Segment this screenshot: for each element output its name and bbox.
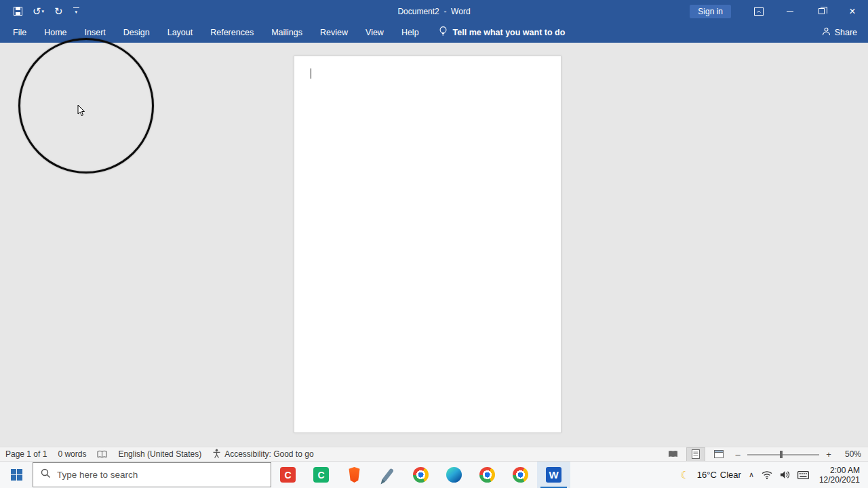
chrome-icon xyxy=(479,467,495,483)
word-count[interactable]: 0 words xyxy=(58,449,86,459)
undo-button[interactable]: ↺▾ xyxy=(33,6,44,16)
word-icon: W xyxy=(546,467,561,483)
taskbar-app-chrome-2[interactable] xyxy=(471,462,504,488)
tell-me-box[interactable]: Tell me what you want to do xyxy=(439,26,566,40)
lightbulb-icon xyxy=(439,26,448,40)
clock-date: 12/20/2021 xyxy=(819,475,860,485)
search-icon xyxy=(41,468,51,481)
tab-home[interactable]: Home xyxy=(35,22,75,43)
accessibility-label: Accessibility: Good to go xyxy=(224,449,313,459)
document-page[interactable] xyxy=(294,56,561,433)
language-indicator[interactable]: English (United States) xyxy=(118,449,201,459)
zoom-level[interactable]: 50% xyxy=(838,449,861,459)
taskbar-app-chrome-3[interactable] xyxy=(504,462,537,488)
weather-condition: Clear xyxy=(720,470,741,480)
edge-icon xyxy=(446,467,462,483)
taskbar-app-camtasia[interactable]: C xyxy=(304,462,338,488)
ribbon-display-options-icon[interactable] xyxy=(743,0,774,22)
tell-me-label: Tell me what you want to do xyxy=(453,28,566,37)
clock-widget[interactable]: 2:00 AM 12/20/2021 xyxy=(819,466,860,485)
tab-mailings[interactable]: Mailings xyxy=(262,22,311,43)
taskbar: C C W ☾ 16°C Clear ∧ 2:00 AM 12/20/2021 xyxy=(0,461,868,488)
undo-dropdown-icon[interactable]: ▾ xyxy=(42,8,45,14)
minimize-button[interactable] xyxy=(774,0,806,22)
titlebar-right-controls: Sign in × xyxy=(690,0,868,22)
titlebar: ↺▾ ↻ ▾ Document2 - Word Sign in × xyxy=(0,0,868,22)
taskbar-app-chrome-1[interactable] xyxy=(404,462,437,488)
weather-widget[interactable]: 16°C Clear xyxy=(697,470,741,480)
tab-insert[interactable]: Insert xyxy=(76,22,115,43)
tab-file[interactable]: File xyxy=(4,22,35,43)
accessibility-status[interactable]: Accessibility: Good to go xyxy=(212,449,313,460)
search-input[interactable] xyxy=(57,470,263,480)
tab-help[interactable]: Help xyxy=(393,22,428,43)
tab-references[interactable]: References xyxy=(201,22,262,43)
read-mode-icon[interactable] xyxy=(663,447,682,462)
customize-quick-access-icon[interactable]: ▾ xyxy=(73,7,79,15)
touch-keyboard-icon[interactable] xyxy=(797,471,809,479)
chrome-icon xyxy=(513,467,528,483)
document-canvas xyxy=(0,43,868,447)
weather-temp: 16°C xyxy=(697,470,717,480)
chrome-icon xyxy=(413,467,429,483)
statusbar-right: – + 50% xyxy=(663,447,868,462)
taskbar-app-word[interactable]: W xyxy=(537,462,570,488)
taskbar-app-camtasia-recorder[interactable]: C xyxy=(271,462,304,488)
hidden-icons-chevron[interactable]: ∧ xyxy=(749,470,754,479)
volume-icon[interactable] xyxy=(780,470,790,479)
zoom-in-button[interactable]: + xyxy=(823,449,834,460)
zoom-out-button[interactable]: – xyxy=(732,449,743,460)
moon-weather-icon[interactable]: ☾ xyxy=(680,470,689,480)
proofing-icon[interactable] xyxy=(97,450,107,459)
taskbar-apps: C C W xyxy=(271,462,570,488)
statusbar-left: Page 1 of 1 0 words English (United Stat… xyxy=(0,449,314,460)
clock-time: 2:00 AM xyxy=(819,466,860,475)
ribbon-tabbar: File Home Insert Design Layout Reference… xyxy=(0,22,868,43)
taskbar-app-pen[interactable] xyxy=(371,462,404,488)
system-tray: ☾ 16°C Clear ∧ 2:00 AM 12/20/2021 xyxy=(680,462,868,488)
taskbar-app-brave[interactable] xyxy=(338,462,371,488)
accessibility-icon xyxy=(212,449,221,460)
taskbar-app-edge[interactable] xyxy=(437,462,471,488)
zoom-slider-thumb[interactable] xyxy=(780,451,783,458)
redo-button[interactable]: ↻ xyxy=(54,6,63,16)
close-button[interactable]: × xyxy=(837,0,868,22)
statusbar: Page 1 of 1 0 words English (United Stat… xyxy=(0,447,868,461)
brave-icon xyxy=(348,467,361,483)
taskbar-search[interactable] xyxy=(33,462,271,487)
tab-layout[interactable]: Layout xyxy=(159,22,202,43)
person-icon xyxy=(822,26,831,39)
save-icon[interactable] xyxy=(14,7,22,16)
windows-logo-icon xyxy=(11,469,22,481)
share-button[interactable]: Share xyxy=(822,22,857,43)
camtasia-icon: C xyxy=(313,467,329,483)
web-layout-icon[interactable] xyxy=(709,447,728,462)
zoom-slider[interactable] xyxy=(747,447,819,462)
camtasia-recorder-icon: C xyxy=(280,467,296,483)
text-caret xyxy=(311,68,311,79)
print-layout-icon[interactable] xyxy=(686,447,705,462)
restore-button[interactable] xyxy=(806,0,837,22)
network-icon[interactable] xyxy=(762,470,772,479)
start-button[interactable] xyxy=(0,462,33,488)
share-label: Share xyxy=(835,28,857,37)
page-indicator[interactable]: Page 1 of 1 xyxy=(5,449,47,459)
quick-access-toolbar: ↺▾ ↻ ▾ xyxy=(0,6,79,16)
tab-view[interactable]: View xyxy=(357,22,393,43)
tab-design[interactable]: Design xyxy=(115,22,159,43)
pen-app-icon xyxy=(381,468,393,482)
tab-review[interactable]: Review xyxy=(311,22,357,43)
sign-in-button[interactable]: Sign in xyxy=(690,5,731,18)
